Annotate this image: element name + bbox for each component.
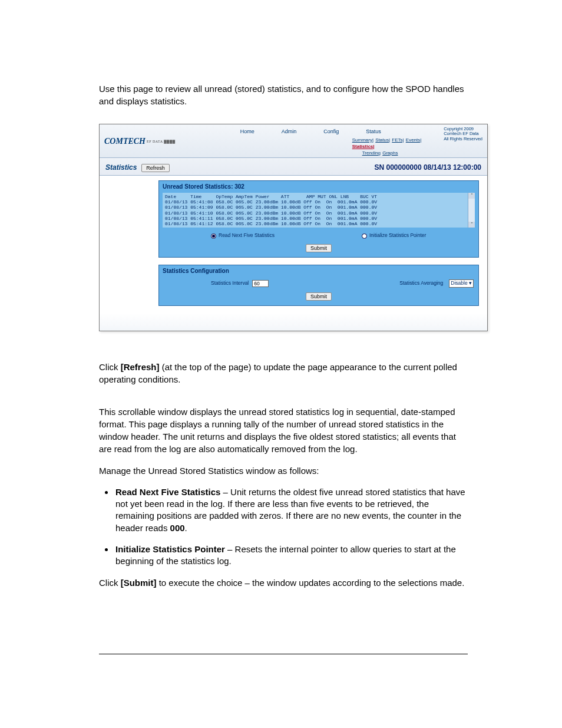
nav-status[interactable]: Status: [366, 128, 381, 136]
top-nav: Home Admin Config Status: [240, 128, 444, 136]
subnav-trending[interactable]: Trending: [362, 150, 381, 156]
copyright-block: Copyright 2009 Comtech EF Data All Right…: [444, 127, 482, 156]
stats-action-row: Read Next Five Statistics Initialize Sta…: [159, 230, 478, 243]
subnav-fets[interactable]: FETs|: [392, 137, 404, 143]
subnav-summary[interactable]: Summary|: [352, 137, 373, 143]
initialize-pointer-label: Initialize Statistics Pointer: [369, 232, 426, 239]
config-submit-button[interactable]: Submit: [306, 292, 332, 301]
scroll-up-icon[interactable]: ˄: [468, 193, 475, 199]
nav-admin[interactable]: Admin: [282, 128, 297, 136]
manage-paragraph: Manage the Unread Stored Statistics wind…: [99, 465, 468, 477]
subnav-events[interactable]: Events|: [406, 137, 422, 143]
serial-timestamp: SN 000000000 08/14/13 12:00:00: [375, 163, 481, 173]
sub-nav: Summary| Status| FETs| Events| Statistic…: [352, 137, 444, 157]
averaging-select[interactable]: Disable ▾: [449, 279, 474, 288]
config-header: Statistics Configuration: [159, 265, 478, 277]
interval-input[interactable]: [252, 280, 269, 287]
page-header-row: Statistics Refresh SN 000000000 08/14/13…: [100, 158, 487, 176]
initialize-pointer-radio[interactable]: [362, 233, 367, 239]
read-next-five-radio[interactable]: [211, 233, 216, 239]
unread-panel: Unread Stored Statistics: 302 Date Time …: [158, 180, 479, 258]
refresh-paragraph: Click [Refresh] (at the top of the page)…: [99, 361, 468, 386]
nav-home[interactable]: Home: [240, 128, 254, 136]
statistics-log: Date Time OpTemp AmpTem Power ATT AMP MU…: [163, 193, 475, 228]
config-panel: Statistics Configuration Statistics Inte…: [158, 265, 479, 306]
shot-footer-gradient: [100, 313, 487, 331]
unread-header: Unread Stored Statistics: 302: [159, 181, 478, 193]
bullet-init-pointer: Initialize Statistics Pointer – Resets t…: [114, 543, 468, 568]
intro-text: Use this page to review all unread (stor…: [99, 83, 468, 107]
logo-subtext: EF DATA ▓▓▓▓: [147, 139, 176, 144]
screenshot-panel: COMTECHEF DATA ▓▓▓▓ Home Admin Config St…: [99, 124, 488, 331]
subnav-graphs[interactable]: Graphs: [382, 150, 398, 156]
bullet-list: Read Next Five Statistics – Unit returns…: [114, 486, 468, 568]
interval-label: Statistics Interval: [211, 280, 249, 287]
top-banner: COMTECHEF DATA ▓▓▓▓ Home Admin Config St…: [100, 124, 487, 158]
page-title: Statistics: [105, 163, 137, 173]
scroll-down-icon[interactable]: ˅: [468, 222, 475, 228]
subnav-statistics[interactable]: Statistics|: [352, 144, 375, 149]
nav-config[interactable]: Config: [323, 128, 339, 136]
bullet-read-next: Read Next Five Statistics – Unit returns…: [114, 486, 468, 534]
read-next-five-label: Read Next Five Statistics: [219, 232, 275, 239]
logo-text: COMTECHEF DATA ▓▓▓▓: [104, 127, 176, 156]
footer-rule: [99, 654, 468, 654]
log-scrollbar[interactable]: ˄ ˅: [468, 193, 475, 228]
refresh-button[interactable]: Refresh: [141, 164, 170, 172]
subnav-status[interactable]: Status|: [375, 137, 390, 143]
averaging-label: Statistics Averaging: [399, 280, 443, 287]
unread-submit-button[interactable]: Submit: [306, 244, 332, 252]
submit-paragraph: Click [Submit] to execute the choice – t…: [99, 577, 468, 589]
scrollable-paragraph: This scrollable window displays the unre…: [99, 406, 468, 455]
